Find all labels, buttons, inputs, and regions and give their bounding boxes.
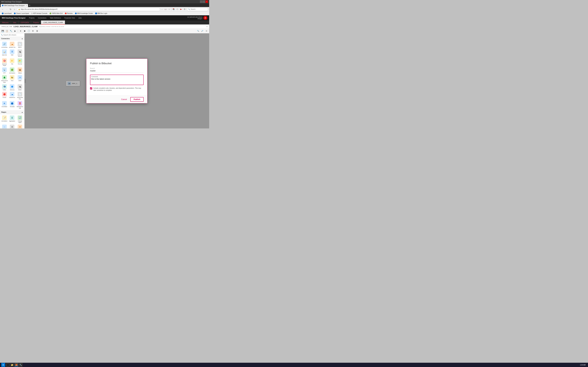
tab-close-icon[interactable]: × (26, 5, 27, 6)
home-button[interactable]: ⌂ (13, 8, 16, 11)
sidebar-item-websphere-mq[interactable]: 📮 WebSphere MQ (16, 101, 24, 109)
close-button[interactable]: × (206, 0, 208, 3)
annotation-icon: 📝 (2, 116, 7, 120)
bookmark-hdp[interactable]: ⬡ HDP Ambari Console (30, 12, 48, 15)
yarn-icon: 🟢 (50, 13, 51, 14)
sidebar-item-hive[interactable]: 🐝 Hive (9, 75, 16, 83)
sidebar-item-jdbc[interactable]: 🗃 JDBC (16, 75, 24, 83)
bookmark-yarn[interactable]: 🟢 YARN Web GUI (49, 12, 63, 15)
refresh-button[interactable]: ↻ (9, 8, 12, 11)
zoom-in-button[interactable]: 🔍 (196, 29, 200, 33)
sidebar-item-file[interactable]: 📁 File (9, 58, 16, 67)
back-button[interactable]: ← (1, 8, 4, 11)
sidebar-item-external-target[interactable]: 🎯 External Target (1, 58, 8, 67)
sidebar-item-salesforce[interactable]: ☁ Salesforce (9, 92, 16, 100)
configure-button[interactable]: ⚙ (31, 29, 35, 33)
salesforce-icon: ☁ (10, 92, 14, 97)
fit-button[interactable]: ⊡ (205, 29, 208, 33)
knowledge-icon: 🔵 (75, 13, 77, 14)
library-icon[interactable]: 📚 (172, 8, 175, 11)
sidebar-item-data-set[interactable]: 📊 Data Set (1, 49, 8, 58)
firefox-menu-icon[interactable]: ☰ (183, 8, 186, 11)
bookmark-classic-launchpad[interactable]: 🔵 Classic Launchpad (13, 12, 30, 15)
reader-view-icon[interactable]: 📖 (164, 8, 167, 11)
nav-jobs[interactable]: Jobs (77, 16, 83, 20)
sidebar-item-snowflake[interactable]: ❄ Snowflake (1, 101, 8, 109)
sidebar-item-hbase[interactable]: 📦 HBase (16, 67, 24, 74)
sidebar-item-sequential-file[interactable]: 📄 Sequential File (16, 92, 24, 100)
synced-tabs-icon[interactable]: ⬡ (176, 8, 179, 11)
tab-jobs[interactable]: Jobs (11, 20, 18, 25)
stop-button[interactable]: ⏹ (23, 29, 26, 33)
pause-button[interactable]: ⏸ (19, 29, 22, 33)
tab-projects[interactable]: Projects (31, 20, 41, 25)
pocket-icon[interactable]: ▶ (180, 8, 182, 11)
bookmark-reindex[interactable]: 🔴 Reindex (64, 12, 73, 15)
sidebar-item-db2[interactable]: 🗄 DB2 (9, 49, 16, 58)
sequential-file-label: Sequential File (16, 97, 23, 100)
breadcrumb-bar: Welcome Jobs COPYDATA Projects LOAD_INSU… (0, 20, 209, 25)
stages-header[interactable]: Stages ▲ (0, 110, 24, 114)
save-button[interactable]: 💾 (1, 29, 5, 33)
app-nav: Projects Connections Table Definitions P… (27, 16, 83, 20)
bookmark-star-icon[interactable]: ☆ (168, 8, 171, 11)
zoom-out-button[interactable]: 🔎 (200, 29, 204, 33)
paste-button[interactable]: 📋 (5, 29, 9, 33)
user-avatar[interactable]: AI (203, 16, 207, 20)
cancel-button[interactable]: Cancel (119, 97, 129, 102)
search-bar[interactable]: 🔍 (187, 8, 208, 11)
sidebar-item-change-apply[interactable]: 🔄 Change Apply (16, 115, 24, 124)
comment-textarea[interactable] (91, 78, 142, 83)
sidebar-search-input[interactable] (3, 34, 23, 36)
branch-label: Branch (90, 67, 144, 69)
tab-welcome[interactable]: Welcome (0, 20, 11, 25)
connectors-header[interactable]: Connectors ▲ (0, 37, 24, 41)
sidebar-item-annotation[interactable]: 📝 Annotation (1, 115, 8, 124)
nav-parameter-sets[interactable]: Parameter Sets (63, 16, 76, 20)
sidebar-item-aggregator[interactable]: Σ Aggregator (9, 115, 16, 124)
publish-button[interactable]: Publish (130, 97, 144, 102)
run-button[interactable]: ▶ (13, 29, 17, 33)
settings-button[interactable]: 🔧 (9, 29, 13, 33)
more-options-button[interactable]: ··· (161, 8, 163, 10)
minimize-button[interactable]: − (200, 0, 202, 3)
sidebar-item-amazon-s3[interactable]: ☁ Amazon S3 (9, 41, 16, 49)
new-tab-button[interactable]: + (28, 4, 31, 7)
sidebar-item-greenplum[interactable]: 🟢 Greenplum (9, 67, 16, 74)
connectors-section: Connectors ▲ 🔗 Connection ☁ Amazon S3 📄 (0, 37, 24, 110)
forward-button[interactable]: → (5, 8, 8, 11)
sidebar-item-ftp[interactable]: 📡 FTP (1, 67, 8, 74)
jdbc-label: JDBC (18, 80, 22, 81)
sidebar-item-connection[interactable]: 🔗 Connection (1, 41, 8, 49)
bookmark-box[interactable]: 🟦 IBM Box Login (94, 12, 108, 15)
include-binaries-checkbox[interactable] (90, 87, 92, 90)
bookmark-knowledge[interactable]: 🔵 IBM Knowledge Center (74, 12, 94, 15)
delete-button[interactable]: 🗑 (35, 29, 39, 33)
sidebar-item-chande[interactable]: ↔ Chande (1, 124, 8, 128)
tab-load-insurance-claim[interactable]: LOAD_INSURANCE_CLAIM (41, 20, 65, 25)
sidebar-item-external-source[interactable]: 🔌 External Source (16, 49, 24, 58)
sidebar-item-column1[interactable]: ⊞ Column (9, 124, 16, 128)
sidebar-item-file-set[interactable]: 📂 File Set (16, 58, 24, 67)
sidebar-item-column2[interactable]: ⊟ Column (16, 124, 24, 128)
schedule-button[interactable]: 🕐 (27, 29, 31, 33)
address-bar[interactable]: 🔒 https://iis-server.ibm.demo:9446/ibm/i… (17, 8, 160, 11)
sidebar-item-bdfs[interactable]: 📄 BDFS (16, 41, 24, 49)
nav-connections[interactable]: Connections (36, 16, 48, 20)
nav-table-definitions[interactable]: Table Definitions (48, 16, 62, 20)
sidebar-item-kafka[interactable]: 📬 Kafka (1, 84, 8, 91)
job-close-button[interactable]: × (207, 25, 208, 28)
tab-copydata[interactable]: COPYDATA (18, 20, 31, 25)
sidebar-item-hierarchical-data[interactable]: 🌲 Hierarchical Data (1, 75, 8, 83)
browser-tab-active[interactable]: 🔵 IBM DataStage Flow Designer × (1, 4, 28, 7)
sidebar-item-netezza[interactable]: 🔷 Netezza (9, 84, 16, 91)
search-input[interactable] (191, 8, 207, 10)
bookmark-launchpad[interactable]: 🔵 Launchpad (1, 12, 12, 15)
sidebar-item-oracle[interactable]: 🔴 Oracle (1, 92, 8, 100)
url-text: https://iis-server.ibm.demo:9446/ibm/iis… (21, 8, 58, 10)
sidebar-item-odbc[interactable]: 🔌 ODBC (16, 84, 24, 91)
sidebar-item-teradata[interactable]: 🔵 Teradata (9, 101, 16, 109)
restore-button[interactable]: □ (203, 0, 205, 3)
nav-projects[interactable]: Projects (27, 16, 36, 20)
modal-branch-field: Branch master (90, 67, 144, 73)
